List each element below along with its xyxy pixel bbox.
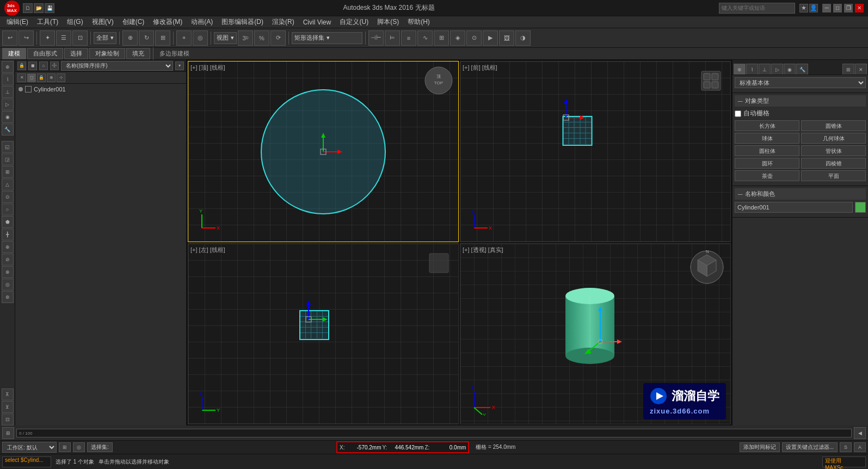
left-bottom3[interactable]: ⊡ [2, 414, 14, 425]
star-btn[interactable]: ★ [799, 4, 808, 13]
obj-btn-sphere[interactable]: 球体 [735, 133, 799, 144]
panel-tab-modify[interactable]: ⌇ [746, 64, 758, 75]
left-s2[interactable]: ◲ [2, 153, 14, 165]
viewcube-persp[interactable]: N [688, 248, 726, 286]
active-shade-btn[interactable]: ◑ [515, 30, 531, 46]
select-rotate[interactable]: ↻ [139, 30, 154, 46]
scene-tb3[interactable]: 🔒 [37, 73, 46, 82]
panel-tab-create[interactable]: ⊕ [734, 64, 746, 75]
left-s13[interactable]: ⊛ [2, 291, 14, 303]
left-bottom2[interactable]: ⊻ [2, 401, 14, 413]
panel-tab-x[interactable]: ✕ [855, 64, 867, 75]
x-input[interactable] [346, 443, 381, 452]
left-s1[interactable]: ◱ [2, 141, 14, 153]
save-btn[interactable]: 💾 [45, 3, 54, 13]
obj-btn-pyramid[interactable]: 四棱锥 [801, 158, 866, 169]
viewport-front[interactable]: [+] [前] [线框] [460, 61, 731, 242]
menu-help[interactable]: 帮助(H) [403, 16, 434, 28]
scene-tb2[interactable]: ◻ [27, 73, 36, 82]
left-display-btn[interactable]: ◉ [2, 111, 14, 123]
layer-btn[interactable]: ≡ [401, 30, 416, 46]
redo-btn[interactable]: ↪ [19, 30, 34, 46]
menu-group[interactable]: 组(G) [63, 16, 87, 28]
left-create-btn[interactable]: ⊕ [2, 61, 14, 73]
obj-btn-teapot[interactable]: 茶壶 [735, 170, 799, 181]
left-s9[interactable]: ⊕ [2, 241, 14, 253]
align-btn[interactable]: ⊨ [385, 30, 400, 46]
viewcube-left[interactable] [424, 248, 454, 278]
left-s7[interactable]: ⬟ [2, 216, 14, 228]
obj-btn-torus[interactable]: 圆环 [735, 158, 799, 169]
panel-tab-options[interactable]: ⊞ [842, 64, 854, 75]
restore-btn[interactable]: ❐ [844, 4, 853, 13]
viewcube-front[interactable] [696, 66, 726, 96]
menu-render[interactable]: 渲染(R) [268, 16, 299, 28]
category-dropdown[interactable]: 标准基本体 [735, 77, 866, 88]
timeline-track[interactable]: 0 / 100 [16, 429, 852, 437]
left-hierarchy-btn[interactable]: ⊥ [2, 86, 14, 98]
maximize-btn[interactable]: □ [833, 4, 842, 13]
obj-btn-geosphere[interactable]: 几何球体 [801, 133, 866, 144]
scene-add-btn[interactable]: ➕ [50, 61, 59, 70]
schematic-btn[interactable]: ⊞ [434, 30, 449, 46]
tab-selection[interactable]: 选择 [64, 48, 88, 59]
scene-tb4[interactable]: ⊕ [47, 73, 56, 82]
undo-btn[interactable]: ↩ [2, 30, 17, 46]
menu-edit[interactable]: 编辑(E) [2, 16, 33, 28]
snap-3d[interactable]: 3D [238, 30, 253, 46]
scene-sort-select[interactable]: 名称(按降序排序) [61, 61, 173, 71]
autokey-btn[interactable]: A [854, 442, 866, 452]
scene-lock-btn[interactable]: 🔒 [17, 61, 26, 70]
viewcube-top[interactable]: 顶 TOP [424, 66, 454, 96]
tab-populate[interactable]: 填充 [126, 48, 150, 59]
menu-tools[interactable]: 工具(T) [33, 16, 63, 28]
select-tool[interactable]: ✦ [40, 30, 55, 46]
prompt-hint[interactable]: 迎使用 MAXSc... [822, 456, 866, 467]
set-key-btn[interactable]: 设置关键点过滤器... [782, 442, 838, 452]
left-s10[interactable]: ⊘ [2, 254, 14, 266]
menu-civil-view[interactable]: Civil View [299, 17, 336, 27]
pivot-btn[interactable]: ◎ [193, 30, 208, 46]
scene-options-btn[interactable]: ▾ [175, 61, 184, 70]
left-s6[interactable]: ○ [2, 203, 14, 215]
left-s12[interactable]: ◎ [2, 279, 14, 291]
menu-view[interactable]: 视图(V) [88, 16, 118, 28]
select-move[interactable]: ⊕ [122, 30, 138, 46]
obj-btn-tube[interactable]: 管状体 [801, 145, 866, 156]
render-setup-btn[interactable]: ⊙ [466, 30, 482, 46]
menu-script[interactable]: 脚本(S) [373, 16, 403, 28]
left-bottom1[interactable]: ⊼ [2, 388, 14, 400]
new-btn[interactable]: 🗋 [23, 3, 33, 13]
menu-graph-editor[interactable]: 图形编辑器(D) [217, 16, 268, 28]
command-display[interactable]: select $Cylind... [2, 456, 51, 467]
scene-filter-btn[interactable]: ⌂ [39, 61, 48, 70]
named-selection-dropdown[interactable]: 矩形选择集 ▾ [292, 32, 362, 44]
render-btn[interactable]: ▶ [483, 30, 498, 46]
viewport-left[interactable]: [+] [左] [线框] [188, 243, 459, 424]
menu-modifier[interactable]: 修改器(M) [149, 16, 187, 28]
menu-create[interactable]: 创建(C) [118, 16, 149, 28]
obj-btn-cylinder[interactable]: 圆柱体 [735, 145, 799, 156]
left-utils-btn[interactable]: 🔧 [2, 124, 14, 135]
left-s5[interactable]: ⊙ [2, 191, 14, 203]
login-btn[interactable]: 👤 [809, 4, 818, 13]
help-search-input[interactable] [719, 3, 795, 14]
add-keyframe-btn[interactable]: 添加时间标记 [740, 442, 780, 452]
viewport-perspective[interactable]: [+] [透视] [真实] [460, 243, 731, 424]
obj-btn-plane[interactable]: 平面 [801, 170, 866, 181]
close-btn[interactable]: ✕ [855, 4, 864, 13]
select-by-name[interactable]: ☰ [56, 30, 71, 46]
minimize-btn[interactable]: ─ [822, 4, 831, 13]
view-dropdown[interactable]: 视图 ▾ [214, 32, 237, 44]
left-modify-btn[interactable]: ⌇ [2, 73, 14, 85]
obj-btn-cone[interactable]: 圆锥体 [801, 120, 866, 131]
scene-tb1[interactable]: ✕ [17, 73, 26, 82]
left-motion-btn[interactable]: ▷ [2, 98, 14, 110]
panel-tab-display[interactable]: ◉ [784, 64, 796, 75]
mirror-btn[interactable]: ⊣⊢ [368, 30, 384, 46]
anim-key-btn[interactable]: ⊞ [2, 427, 14, 439]
left-s3[interactable]: ⊞ [2, 166, 14, 178]
spin-btn[interactable]: ⟳ [270, 30, 286, 46]
panel-tab-motion[interactable]: ▷ [771, 64, 783, 75]
snap-2d[interactable]: % [254, 30, 269, 46]
